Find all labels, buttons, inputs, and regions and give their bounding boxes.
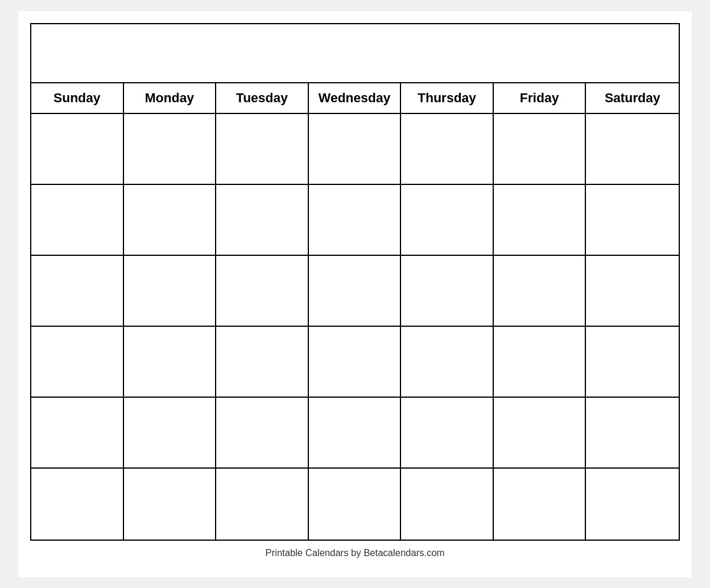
calendar-cell [216, 256, 309, 327]
calendar-cell [124, 469, 217, 540]
calendar-cell [124, 398, 217, 469]
calendar-cell [494, 398, 587, 469]
calendar-cell [494, 327, 587, 398]
calendar-cell [586, 114, 679, 185]
calendar-header: Sunday Monday Tuesday Wednesday Thursday… [31, 83, 679, 114]
calendar-cell [216, 114, 309, 185]
calendar-cell [31, 469, 124, 540]
calendar-week-1 [31, 114, 679, 185]
calendar-week-5 [31, 398, 679, 469]
day-header-wednesday: Wednesday [309, 83, 402, 113]
calendar-cell [401, 327, 494, 398]
calendar-cell [309, 185, 402, 256]
calendar-cell [124, 327, 217, 398]
calendar-cell [401, 398, 494, 469]
calendar-container: Sunday Monday Tuesday Wednesday Thursday… [30, 23, 680, 541]
footer-text: Printable Calendars by Betacalendars.com [265, 548, 444, 558]
calendar-cell [586, 469, 679, 540]
calendar-cell [31, 398, 124, 469]
calendar-cell [124, 256, 217, 327]
calendar-cell [494, 469, 587, 540]
calendar-week-3 [31, 256, 679, 327]
calendar-week-6 [31, 469, 679, 540]
calendar-cell [31, 327, 124, 398]
calendar-cell [124, 114, 217, 185]
day-header-monday: Monday [124, 83, 217, 113]
calendar-cell [586, 256, 679, 327]
calendar-cell [494, 256, 587, 327]
calendar-cell [586, 327, 679, 398]
calendar-cell [31, 256, 124, 327]
calendar-cell [309, 256, 402, 327]
page-wrapper: Sunday Monday Tuesday Wednesday Thursday… [18, 11, 692, 577]
calendar-cell [216, 185, 309, 256]
calendar-week-4 [31, 327, 679, 398]
calendar-cell [401, 469, 494, 540]
calendar-cell [586, 398, 679, 469]
calendar-cell [494, 185, 587, 256]
calendar-title-row [31, 24, 679, 83]
day-header-thursday: Thursday [401, 83, 494, 113]
calendar-cell [31, 185, 124, 256]
calendar-cell [216, 469, 309, 540]
calendar-cell [494, 114, 587, 185]
calendar-cell [124, 185, 217, 256]
calendar-cell [401, 256, 494, 327]
calendar-cell [309, 398, 402, 469]
day-header-friday: Friday [494, 83, 587, 113]
calendar-week-2 [31, 185, 679, 256]
calendar-cell [31, 114, 124, 185]
calendar-body [31, 114, 679, 540]
calendar-cell [309, 469, 402, 540]
day-header-saturday: Saturday [586, 83, 679, 113]
calendar-cell [309, 114, 402, 185]
day-header-sunday: Sunday [31, 83, 124, 113]
calendar-cell [216, 327, 309, 398]
footer: Printable Calendars by Betacalendars.com [30, 541, 680, 566]
day-header-tuesday: Tuesday [216, 83, 309, 113]
calendar-cell [309, 327, 402, 398]
calendar-cell [216, 398, 309, 469]
calendar-cell [401, 114, 494, 185]
calendar-cell [401, 185, 494, 256]
calendar-cell [586, 185, 679, 256]
